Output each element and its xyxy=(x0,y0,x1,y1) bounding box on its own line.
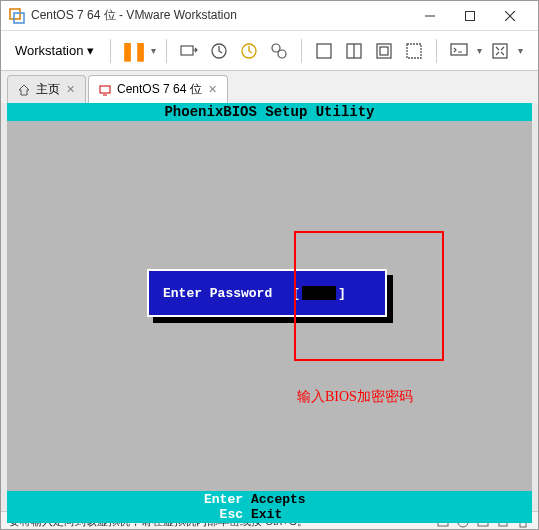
annotation-text: 输入BIOS加密密码 xyxy=(297,388,413,406)
close-button[interactable] xyxy=(490,2,530,30)
snapshot-manager-button[interactable] xyxy=(267,39,291,63)
footer-key: Enter xyxy=(197,492,251,507)
svg-rect-11 xyxy=(317,44,331,58)
window-controls xyxy=(410,2,530,30)
toolbar-separator xyxy=(301,39,302,63)
pause-button[interactable]: ❚❚ xyxy=(121,39,145,63)
tab-bar: 主页 ✕ CentOS 7 64 位 ✕ xyxy=(1,71,538,103)
minimize-button[interactable] xyxy=(410,2,450,30)
vm-display-area[interactable]: PhoenixBIOS Setup Utility Enter Password… xyxy=(7,103,532,511)
svg-rect-16 xyxy=(407,44,421,58)
bios-body: Enter Password [] 输入BIOS加密密码 xyxy=(7,121,532,491)
svg-rect-14 xyxy=(377,44,391,58)
tab-home[interactable]: 主页 ✕ xyxy=(7,75,86,103)
svg-rect-6 xyxy=(181,46,193,55)
send-ctrl-alt-del-button[interactable] xyxy=(177,39,201,63)
window-titlebar: CentOS 7 64 位 - VMware Workstation xyxy=(1,1,538,31)
view-split-button[interactable] xyxy=(342,39,366,63)
view-unity-button[interactable] xyxy=(372,39,396,63)
svg-rect-3 xyxy=(466,11,475,20)
svg-rect-0 xyxy=(10,9,20,19)
view-single-button[interactable] xyxy=(312,39,336,63)
svg-rect-19 xyxy=(100,86,110,93)
snapshot-button[interactable] xyxy=(207,39,231,63)
svg-rect-18 xyxy=(493,44,507,58)
svg-rect-1 xyxy=(14,13,24,23)
footer-row-enter: Enter Accepts xyxy=(197,492,532,507)
svg-rect-17 xyxy=(451,44,467,55)
dropdown-arrow-icon[interactable]: ▾ xyxy=(518,45,523,56)
tab-label: CentOS 7 64 位 xyxy=(117,81,202,98)
workstation-menu[interactable]: Workstation ▾ xyxy=(9,39,100,62)
window-title: CentOS 7 64 位 - VMware Workstation xyxy=(31,7,410,24)
footer-action: Exit xyxy=(251,507,282,522)
tab-close-icon[interactable]: ✕ xyxy=(208,83,217,96)
home-icon xyxy=(18,84,30,96)
bios-footer: Enter Accepts Esc Exit xyxy=(7,491,532,523)
footer-key: Esc xyxy=(197,507,251,522)
annotation-rectangle xyxy=(294,231,444,361)
tab-close-icon[interactable]: ✕ xyxy=(66,83,75,96)
workstation-menu-label: Workstation xyxy=(15,43,83,58)
dropdown-arrow-icon[interactable]: ▾ xyxy=(151,45,156,56)
toolbar-separator xyxy=(436,39,437,63)
footer-action: Accepts xyxy=(251,492,306,507)
dropdown-arrow-icon[interactable]: ▾ xyxy=(477,45,482,56)
svg-point-10 xyxy=(278,50,286,58)
vm-icon xyxy=(99,84,111,96)
tab-vm[interactable]: CentOS 7 64 位 ✕ xyxy=(88,75,228,103)
fullscreen-button[interactable] xyxy=(488,39,512,63)
bios-title: PhoenixBIOS Setup Utility xyxy=(7,103,532,121)
app-icon xyxy=(9,8,25,24)
dropdown-arrow-icon: ▾ xyxy=(87,43,94,58)
footer-row-esc: Esc Exit xyxy=(197,507,532,522)
console-view-button[interactable] xyxy=(447,39,471,63)
snapshot-revert-button[interactable] xyxy=(237,39,261,63)
toolbar-separator xyxy=(166,39,167,63)
svg-rect-15 xyxy=(380,47,388,55)
tab-label: 主页 xyxy=(36,81,60,98)
main-toolbar: Workstation ▾ ❚❚ ▾ ▾ ▾ xyxy=(1,31,538,71)
password-label: Enter Password xyxy=(163,286,272,301)
toolbar-separator xyxy=(110,39,111,63)
view-console-button[interactable] xyxy=(402,39,426,63)
maximize-button[interactable] xyxy=(450,2,490,30)
